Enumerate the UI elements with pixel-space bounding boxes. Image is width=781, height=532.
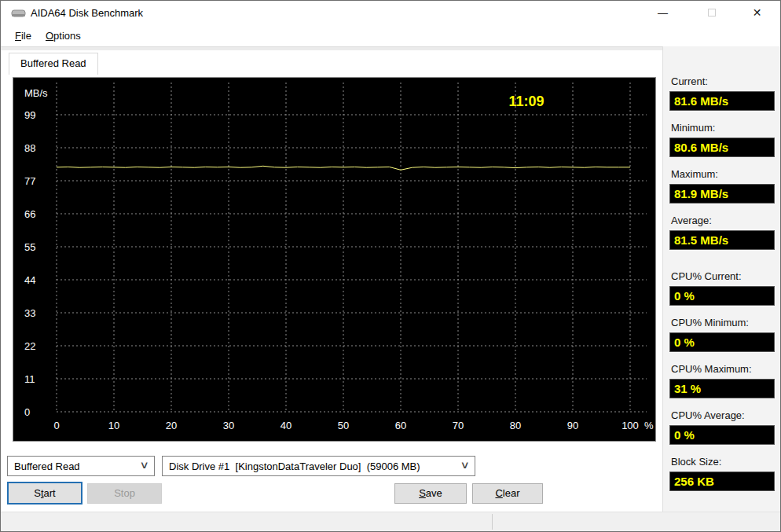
x-tick-label: 20 — [166, 420, 177, 431]
stat-value-box: 81.9 MB/s — [669, 184, 775, 204]
stat-label: CPU% Current: — [671, 270, 742, 282]
minimize-icon: — — [658, 7, 668, 19]
stat-value-box: 31 % — [669, 379, 775, 398]
stat-label: Average: — [671, 215, 712, 226]
y-tick-label: 44 — [24, 274, 35, 286]
x-tick-label: 30 — [223, 420, 234, 431]
y-tick-label: 88 — [24, 142, 35, 154]
stat-value-box: 0 % — [669, 332, 775, 352]
clear-button[interactable]: Clear — [472, 483, 543, 504]
y-tick-label: 22 — [24, 340, 35, 352]
start-button[interactable]: Start — [7, 482, 82, 504]
stop-button: Stop — [87, 483, 162, 504]
stat-value-box: 80.6 MB/s — [669, 138, 775, 157]
stat-label: CPU% Minimum: — [671, 317, 749, 328]
y-axis-unit: MB/s — [24, 87, 48, 99]
stat-label: Maximum: — [671, 168, 718, 180]
stat-label: CPU% Maximum: — [671, 363, 752, 375]
aida64-disk-benchmark-window: AIDA64 Disk Benchmark — ✕ File Options B… — [0, 0, 781, 532]
minimize-button[interactable]: — — [645, 1, 680, 24]
status-pane-left — [1, 512, 492, 532]
titlebar[interactable]: AIDA64 Disk Benchmark — ✕ — [1, 1, 780, 26]
window-title: AIDA64 Disk Benchmark — [31, 7, 143, 19]
stat-value-box: 81.5 MB/s — [669, 230, 775, 250]
benchmark-chart-area: 0102030405060708090100%99887766554433221… — [13, 77, 656, 442]
stat-label: Minimum: — [671, 122, 715, 134]
menu-options[interactable]: Options — [38, 27, 88, 45]
stat-value-box: 81.6 MB/s — [669, 91, 775, 111]
status-pane-right — [493, 512, 780, 532]
close-icon: ✕ — [753, 6, 762, 19]
maximize-button[interactable] — [694, 1, 729, 24]
y-tick-label: 11 — [24, 373, 35, 385]
y-tick-label: 33 — [24, 307, 35, 319]
x-tick-label: 100 — [622, 420, 639, 431]
stat-label: CPU% Average: — [671, 409, 745, 421]
statusbar — [1, 512, 780, 532]
stat-label: Block Size: — [671, 456, 721, 468]
benchmark-type-select[interactable]: Buffered Read ∨ — [7, 456, 155, 476]
stat-value-box: 0 % — [669, 286, 775, 306]
x-axis-unit: % — [644, 420, 654, 431]
drive-select-value: Disk Drive #1 [KingstonDataTraveler Duo]… — [169, 460, 420, 472]
stat-value-box: 256 KB — [669, 471, 775, 491]
y-tick-label: 66 — [24, 208, 35, 220]
app-disk-icon — [11, 8, 27, 19]
elapsed-time-label: 11:09 — [508, 94, 544, 109]
x-tick-label: 40 — [280, 420, 292, 431]
y-tick-label: 99 — [24, 109, 35, 121]
chevron-down-icon: ∨ — [460, 459, 470, 471]
benchmark-type-value: Buffered Read — [14, 460, 80, 472]
x-tick-label: 10 — [108, 420, 119, 431]
y-tick-label: 77 — [24, 175, 35, 187]
x-tick-label: 90 — [567, 420, 578, 431]
drive-select[interactable]: Disk Drive #1 [KingstonDataTraveler Duo]… — [162, 456, 475, 476]
menu-file[interactable]: File — [8, 27, 38, 45]
x-tick-label: 50 — [338, 420, 349, 431]
benchmark-chart: 0102030405060708090100%99887766554433221… — [13, 78, 655, 441]
tab-buffered-read[interactable]: Buffered Read — [9, 53, 98, 75]
stat-label: Current: — [671, 75, 708, 87]
x-tick-label: 0 — [53, 420, 59, 431]
maximize-icon — [708, 9, 716, 17]
x-tick-label: 80 — [510, 420, 521, 431]
menubar: File Options — [1, 25, 780, 46]
chevron-down-icon: ∨ — [140, 459, 149, 471]
x-tick-label: 70 — [453, 420, 464, 431]
x-tick-label: 60 — [395, 420, 406, 431]
y-tick-label: 55 — [24, 241, 35, 253]
close-button[interactable]: ✕ — [739, 1, 775, 24]
save-button[interactable]: Save — [394, 483, 467, 504]
stats-panel: Current:81.6 MB/sMinimum:80.6 MB/sMaximu… — [662, 46, 781, 512]
stat-value-box: 0 % — [669, 425, 775, 445]
y-tick-label: 0 — [24, 406, 30, 418]
